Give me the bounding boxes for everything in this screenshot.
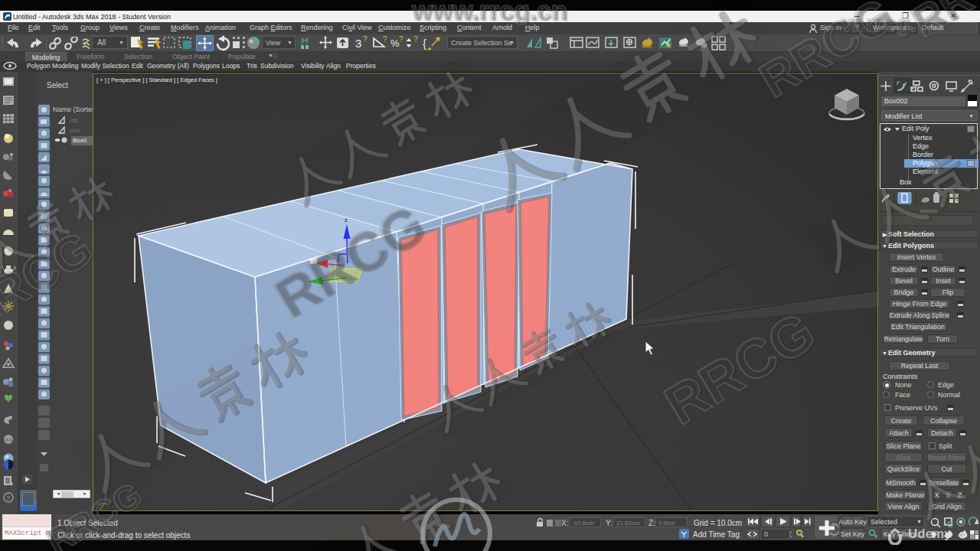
svg-text:0.0: 0.0 [5, 438, 12, 442]
svg-text://#1: //#1 [69, 118, 79, 123]
svg-text:a: a [10, 481, 13, 486]
svg-text:?: ? [6, 494, 10, 502]
svg-text:?: ? [399, 35, 403, 44]
svg-text:?: ? [413, 35, 418, 44]
svg-text:{: { [423, 37, 426, 50]
svg-text:0: 0 [764, 530, 768, 538]
svg-text:3: 3 [355, 37, 361, 50]
svg-text:z: z [345, 217, 348, 223]
svg-text:?: ? [363, 35, 368, 44]
svg-text:oDa: oDa [70, 128, 80, 133]
svg-text:?: ? [383, 35, 387, 44]
